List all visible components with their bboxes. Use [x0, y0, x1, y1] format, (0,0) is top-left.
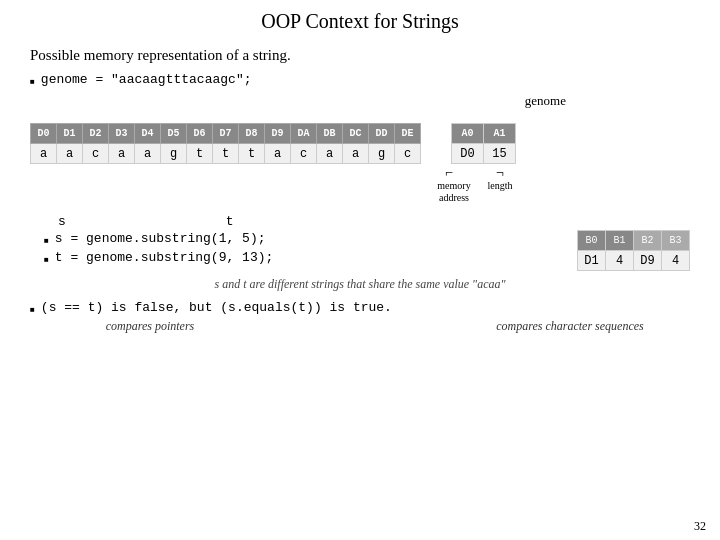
bullet-dot-2: ■: [44, 236, 49, 245]
page-number: 32: [694, 519, 706, 534]
val-t2: t: [213, 144, 239, 164]
col-B3: B3: [662, 231, 690, 251]
memory-table-wrap: D0 D1 D2 D3 D4 D5 D6 D7 D8 D9 DA DB DC D…: [30, 123, 690, 204]
col-B0: B0: [578, 231, 606, 251]
col-DE: DE: [395, 124, 421, 144]
val-D0: D0: [452, 144, 484, 164]
compare-pointers: compares pointers: [60, 319, 240, 334]
s-header-row: B0 B1 B2 B3: [578, 231, 690, 251]
val-g1: g: [161, 144, 187, 164]
bullet-dot-3: ■: [44, 255, 49, 264]
shared-note: s and t are different strings that share…: [30, 277, 690, 292]
col-D0: D0: [31, 124, 57, 144]
side-memory-table: A0 A1 D0 15: [451, 123, 516, 164]
bullet-dot-4: ■: [30, 305, 35, 314]
col-DD: DD: [369, 124, 395, 144]
val-t1: t: [187, 144, 213, 164]
val-15: 15: [484, 144, 516, 164]
val-c2: c: [291, 144, 317, 164]
col-DB: DB: [317, 124, 343, 144]
val-c1: c: [83, 144, 109, 164]
memory-section: genome D0 D1 D2 D3 D4 D5 D6 D7 D8 D9 DA …: [30, 93, 690, 204]
side-value-row: D0 15: [452, 144, 516, 164]
val-B2: D9: [634, 251, 662, 271]
col-D1: D1: [57, 124, 83, 144]
val-c3: c: [395, 144, 421, 164]
memory-address-label: memoryaddress: [433, 180, 475, 204]
length-label: length: [484, 180, 516, 204]
val-B3: 4: [662, 251, 690, 271]
col-D9: D9: [265, 124, 291, 144]
memory-value-row: a a c a a g t t t a c a a g c: [31, 144, 421, 164]
genome-memory-table: D0 D1 D2 D3 D4 D5 D6 D7 D8 D9 DA DB DC D…: [30, 123, 421, 164]
bullet-genome: ■ genome = "aacaagtttacaagc";: [30, 72, 690, 87]
side-section: A0 A1 D0 15 ⌐ ¬: [433, 123, 516, 204]
col-D2: D2: [83, 124, 109, 144]
val-B0: D1: [578, 251, 606, 271]
s-value-row: D1 4 D9 4: [578, 251, 690, 271]
t-variable-label: t: [226, 214, 234, 229]
genome-code: genome = "aacaagtttacaagc";: [41, 72, 252, 87]
compare-sequences: compares character sequences: [470, 319, 670, 334]
compare-labels: compares pointers compares character seq…: [60, 319, 690, 334]
s-code: s = genome.substring(1, 5);: [55, 231, 266, 246]
col-DC: DC: [343, 124, 369, 144]
col-D3: D3: [109, 124, 135, 144]
s-row-label: s t: [44, 214, 720, 229]
val-a1: a: [31, 144, 57, 164]
subtitle: Possible memory representation of a stri…: [30, 47, 690, 64]
val-a6: a: [317, 144, 343, 164]
bullet-final: ■ (s == t) is false, but (s.equals(t)) i…: [30, 300, 690, 315]
brace-left: ⌐: [445, 166, 453, 180]
genome-label: genome: [525, 93, 566, 109]
page-title: OOP Context for Strings: [30, 10, 690, 33]
col-D8: D8: [239, 124, 265, 144]
memory-header-row: D0 D1 D2 D3 D4 D5 D6 D7 D8 D9 DA DB DC D…: [31, 124, 421, 144]
val-a3: a: [109, 144, 135, 164]
substr-section: s t ■ s = genome.substring(1, 5); ■ t = …: [44, 214, 690, 271]
val-a5: a: [265, 144, 291, 164]
page: OOP Context for Strings Possible memory …: [0, 0, 720, 540]
val-a4: a: [135, 144, 161, 164]
t-code: t = genome.substring(9, 13);: [55, 250, 273, 265]
col-D4: D4: [135, 124, 161, 144]
side-header-row: A0 A1: [452, 124, 516, 144]
col-B2: B2: [634, 231, 662, 251]
bullet-dot-1: ■: [30, 77, 35, 86]
val-B1: 4: [606, 251, 634, 271]
val-g2: g: [369, 144, 395, 164]
col-D7: D7: [213, 124, 239, 144]
val-t3: t: [239, 144, 265, 164]
col-B1: B1: [606, 231, 634, 251]
col-A1: A1: [484, 124, 516, 144]
st-tables: B0 B1 B2 B3 D1 4 D9 4: [577, 230, 690, 271]
val-a2: a: [57, 144, 83, 164]
brace-right: ¬: [496, 166, 504, 180]
col-D5: D5: [161, 124, 187, 144]
final-code: (s == t) is false, but (s.equals(t)) is …: [41, 300, 392, 315]
col-DA: DA: [291, 124, 317, 144]
s-memory-table: B0 B1 B2 B3 D1 4 D9 4: [577, 230, 690, 271]
col-D6: D6: [187, 124, 213, 144]
val-a7: a: [343, 144, 369, 164]
s-variable-label: s: [58, 214, 66, 229]
col-A0: A0: [452, 124, 484, 144]
